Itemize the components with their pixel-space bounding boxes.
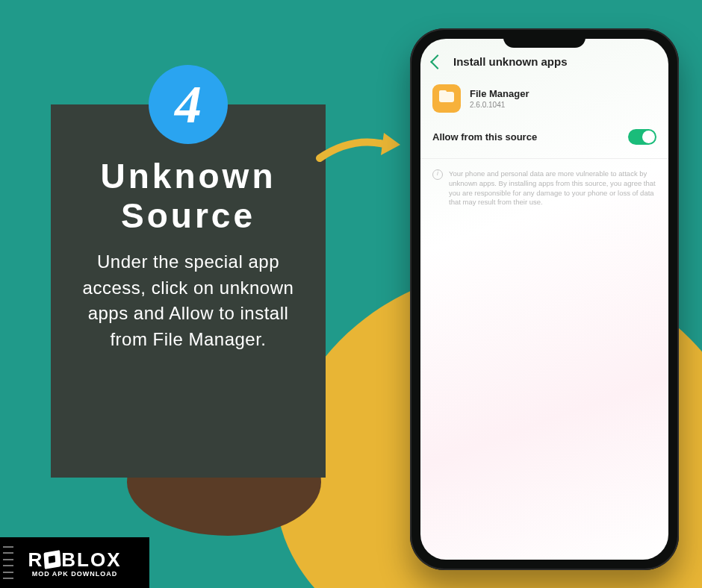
step-number: 4 bbox=[175, 78, 202, 131]
logo-text-r: R bbox=[28, 548, 43, 572]
step-card: 4 Unknown Source Under the special app a… bbox=[51, 104, 326, 478]
phone-mockup: Install unknown apps File Manager 2.6.0.… bbox=[410, 28, 679, 570]
arrow-icon bbox=[315, 128, 405, 167]
screen-title: Install unknown apps bbox=[453, 55, 568, 68]
info-icon bbox=[432, 169, 443, 180]
warning-row: Your phone and personal data are more vu… bbox=[420, 159, 668, 218]
logo-stripes bbox=[3, 546, 13, 579]
allow-toggle[interactable] bbox=[628, 129, 656, 145]
app-row: File Manager 2.6.0.1041 bbox=[420, 74, 668, 122]
roblox-logo: R BLOX MOD APK DOWNLOAD bbox=[0, 537, 149, 588]
allow-toggle-row: Allow from this source bbox=[420, 122, 668, 159]
card-title: Unknown Source bbox=[73, 157, 303, 236]
file-manager-icon bbox=[432, 84, 461, 113]
allow-label: Allow from this source bbox=[432, 131, 537, 143]
logo-subtitle: MOD APK DOWNLOAD bbox=[32, 570, 118, 578]
back-icon[interactable] bbox=[430, 54, 445, 69]
warning-text: Your phone and personal data are more vu… bbox=[449, 169, 656, 207]
app-name: File Manager bbox=[470, 88, 529, 99]
phone-screen: Install unknown apps File Manager 2.6.0.… bbox=[420, 39, 668, 560]
logo-o-icon bbox=[44, 550, 61, 569]
app-version: 2.6.0.1041 bbox=[470, 101, 529, 109]
logo-text-blox: BLOX bbox=[61, 548, 121, 572]
card-description: Under the special app access, click on u… bbox=[73, 249, 303, 353]
step-badge: 4 bbox=[149, 65, 228, 144]
phone-notch bbox=[503, 33, 585, 48]
